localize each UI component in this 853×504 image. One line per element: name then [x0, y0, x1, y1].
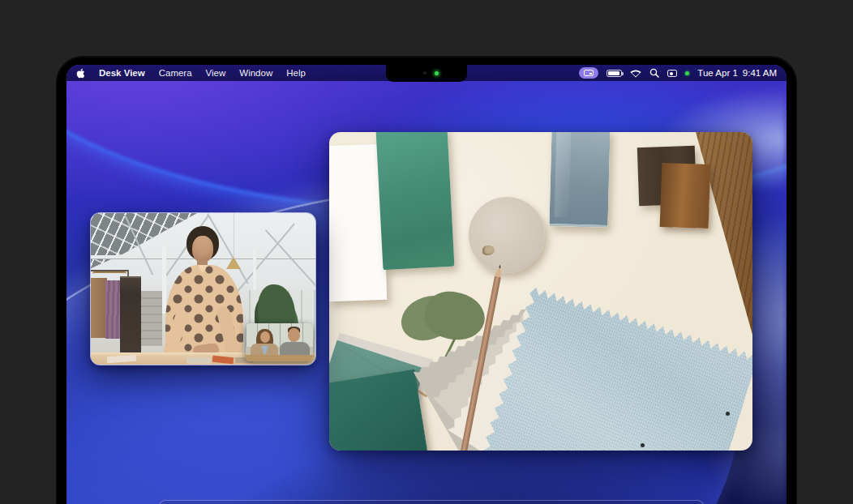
teal-tile	[376, 132, 455, 270]
desk-view-window[interactable]	[329, 132, 752, 451]
menu-bar-status-area: Tue Apr 1 9:41 AM	[579, 67, 777, 79]
camera-active-dot	[685, 71, 689, 75]
pip-table	[246, 355, 313, 361]
swatch-grommet	[641, 443, 645, 447]
truss-diagonal	[265, 229, 316, 291]
facetime-video-window[interactable]	[90, 212, 316, 365]
menu-view[interactable]: View	[206, 68, 226, 78]
facetime-camera-lens	[423, 71, 426, 75]
apple-logo-icon	[76, 68, 85, 79]
participant-woman-face	[260, 331, 270, 343]
menu-desk-view[interactable]: Desk View	[99, 68, 145, 78]
battery-icon[interactable]	[607, 70, 622, 77]
fabric-swatch-blue	[477, 286, 752, 451]
presenter-video-feed	[91, 213, 315, 365]
display-notch	[386, 65, 467, 82]
control-center-icon[interactable]	[667, 70, 677, 77]
screen-share-icon	[584, 70, 594, 76]
apple-menu[interactable]	[76, 68, 85, 79]
dark-cabinet	[120, 276, 141, 354]
menu-bar-clock[interactable]: Tue Apr 1 9:41 AM	[697, 68, 777, 78]
participants-pip-tile[interactable]	[246, 323, 313, 361]
desk-paper	[186, 357, 211, 364]
camera-indicator-light	[435, 71, 439, 75]
swatch-grommet	[726, 412, 730, 416]
screen-sharing-indicator[interactable]	[579, 67, 598, 79]
menu-help[interactable]: Help	[286, 68, 306, 78]
wifi-icon[interactable]	[630, 69, 641, 78]
clock-date: Tue Apr 1	[697, 68, 737, 78]
partially-visible-bottom-window[interactable]	[159, 500, 704, 504]
participant-man-face	[288, 328, 300, 342]
studio-equipment	[141, 291, 162, 346]
pendant-lamp-wire	[234, 213, 234, 257]
blue-gray-tile	[549, 132, 610, 228]
dark-teal-square	[329, 369, 427, 451]
clock-time: 9:41 AM	[743, 68, 777, 78]
spotlight-search-icon[interactable]	[649, 68, 659, 78]
menu-camera[interactable]: Camera	[159, 68, 192, 78]
menu-bar-left: Desk View Camera View Window Help	[76, 68, 306, 79]
loft-column	[162, 246, 166, 314]
macbook-display: Desk View Camera View Window Help Tue Ap…	[66, 65, 787, 504]
felt-circle-swatch	[469, 197, 545, 273]
macbook-bezel: Desk View Camera View Window Help Tue Ap…	[57, 57, 796, 504]
marketing-photo-background: Desk View Camera View Window Help Tue Ap…	[0, 0, 853, 504]
menu-window[interactable]: Window	[239, 68, 272, 78]
hanging-garment-tan	[91, 278, 107, 338]
brown-wood-sample	[660, 163, 711, 229]
presenter-face	[192, 236, 213, 263]
